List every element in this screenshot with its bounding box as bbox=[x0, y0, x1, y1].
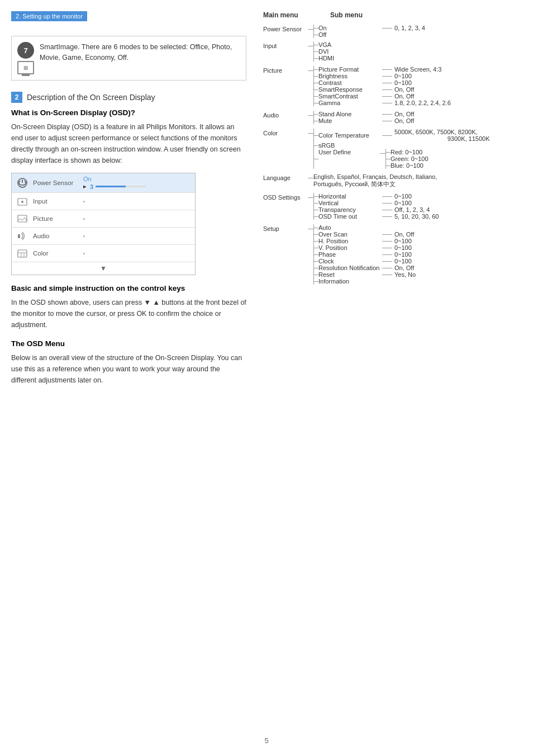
input-dvi-sub: DVI bbox=[314, 48, 380, 55]
srgb-sub: sRGB bbox=[314, 142, 490, 149]
smartimage-icons: 7 ▦ bbox=[17, 42, 34, 74]
osd-demo-widget: Power Sensor On ▸ 3 bbox=[11, 173, 196, 275]
picture-dots bbox=[83, 217, 191, 221]
osd-item-picture: Picture bbox=[12, 210, 195, 228]
subsection2-title: Basic and simple instruction on the cont… bbox=[11, 284, 246, 292]
page-number: 5 bbox=[264, 736, 268, 745]
power-sensor-values: On ▸ 3 bbox=[83, 176, 191, 190]
color-label: Color bbox=[33, 250, 83, 257]
power-sensor-main: Power Sensor bbox=[263, 25, 308, 32]
power-sensor-icon bbox=[16, 177, 28, 189]
osd-time-out-sub: OSD Time out 5, 10, 20, 30, 60 bbox=[314, 213, 439, 220]
tree-language: Language English, Español, Français, Deu… bbox=[263, 173, 522, 188]
brightness-sub: Brightness 0~100 bbox=[314, 73, 451, 79]
information-sub: Information bbox=[314, 278, 416, 285]
vertical-sub: Vertical 0~100 bbox=[314, 200, 439, 206]
tree-setup: Setup Auto Over Scan On, Off H. Position bbox=[263, 224, 522, 285]
color-main: Color bbox=[263, 129, 308, 136]
section2-heading: 2 Description of the On Screen Display bbox=[11, 92, 246, 103]
smartimage-box: 7 ▦ SmartImage. There are 6 modes to be … bbox=[11, 36, 246, 81]
subsection2-text: In the OSD shown above, users can press … bbox=[11, 297, 246, 330]
contrast-sub: Contrast 0~100 bbox=[314, 79, 451, 86]
audio-dots bbox=[83, 234, 191, 238]
subsection1-text: On-Screen Display (OSD) is a feature in … bbox=[11, 121, 246, 166]
blue-sub: Blue: 0~100 bbox=[386, 162, 429, 169]
language-main: Language bbox=[263, 173, 308, 181]
tree-power-sensor: Power Sensor On 0, 1, 2, 3, 4 Off bbox=[263, 25, 522, 38]
audio-icon bbox=[16, 230, 28, 242]
svg-point-2 bbox=[21, 201, 23, 203]
input-label: Input bbox=[33, 198, 83, 205]
sub-menu-header: Sub menu bbox=[330, 11, 363, 19]
svg-rect-5 bbox=[18, 250, 27, 257]
picture-main: Picture bbox=[263, 66, 308, 74]
mute-sub: Mute On, Off bbox=[314, 117, 414, 124]
stand-alone-sub: Stand Alone On, Off bbox=[314, 111, 414, 117]
input-hdmi-sub: HDMI bbox=[314, 55, 380, 62]
number-7-icon: 7 bbox=[17, 42, 34, 59]
tree-input: Input VGA DVI HDMI bbox=[263, 41, 522, 62]
input-dots bbox=[83, 200, 191, 204]
picture-format-sub: Picture Format Wide Screen, 4:3 bbox=[314, 66, 451, 73]
audio-main: Audio bbox=[263, 111, 308, 119]
tree-audio: Audio Stand Alone On, Off Mute On, Off bbox=[263, 111, 522, 124]
picture-icon bbox=[16, 212, 28, 225]
h-position-sub: H. Position 0~100 bbox=[314, 238, 416, 244]
auto-sub: Auto bbox=[314, 224, 416, 231]
language-values-2: Português, Русский, 简体中文 bbox=[313, 180, 437, 188]
power-on-sub: On 0, 1, 2, 3, 4 bbox=[314, 25, 425, 31]
section-header: 2. Setting up the monitor bbox=[11, 11, 246, 28]
osd-item-audio: Audio bbox=[12, 228, 195, 245]
osd-item-input: Input bbox=[12, 193, 195, 210]
language-values-1: English, Español, Français, Deutsch, Ita… bbox=[313, 173, 437, 180]
color-icon bbox=[16, 247, 28, 259]
power-off-sub: Off bbox=[314, 31, 425, 38]
tree-osd-settings: OSD Settings Horizontal 0~100 Vertical 0… bbox=[263, 193, 522, 220]
right-column: Main menu Sub menu Power Sensor On 0, 1,… bbox=[258, 11, 522, 745]
tree-color: Color Color Temperature 5000K, 6500K, 75… bbox=[263, 129, 522, 169]
subsection3-title: The OSD Menu bbox=[11, 339, 246, 348]
setup-main: Setup bbox=[263, 224, 308, 232]
horizontal-sub: Horizontal 0~100 bbox=[314, 193, 439, 200]
svg-rect-4 bbox=[18, 234, 20, 238]
smartresponse-sub: SmartResponse On, Off bbox=[314, 86, 451, 93]
over-scan-sub: Over Scan On, Off bbox=[314, 231, 416, 238]
input-vga-sub: VGA bbox=[314, 41, 380, 48]
phase-sub: Phase 0~100 bbox=[314, 251, 416, 258]
tree-picture: Picture Picture Format Wide Screen, 4:3 … bbox=[263, 66, 522, 106]
red-sub: Red: 0~100 bbox=[386, 149, 429, 155]
picture-label: Picture bbox=[33, 215, 83, 222]
input-main: Input bbox=[263, 41, 308, 49]
resolution-notification-sub: Resolution Notification On, Off bbox=[314, 264, 416, 271]
reset-sub: Reset Yes, No bbox=[314, 271, 416, 278]
osd-item-color: Color bbox=[12, 245, 195, 262]
main-menu-header: Main menu bbox=[263, 11, 308, 19]
tree-headers: Main menu Sub menu bbox=[263, 11, 522, 19]
clock-sub: Clock 0~100 bbox=[314, 258, 416, 264]
subsection1-title: What is On-Screen Display (OSD)? bbox=[11, 108, 246, 117]
audio-label: Audio bbox=[33, 233, 83, 239]
section2-title: Description of the On Screen Display bbox=[27, 93, 155, 102]
subsection3-text: Below is an overall view of the structur… bbox=[11, 352, 246, 386]
gamma-sub: Gamma 1.8, 2.0, 2.2, 2.4, 2.6 bbox=[314, 100, 451, 106]
power-sensor-label: Power Sensor bbox=[33, 179, 83, 186]
section2-badge: 2 bbox=[11, 92, 22, 103]
monitor-icon: ▦ bbox=[17, 61, 34, 74]
color-temp-sub: Color Temperature 5000K, 6500K, 7500K, 8… bbox=[314, 129, 490, 142]
osd-scroll-down: ▼ bbox=[12, 262, 195, 275]
smartimage-description: SmartImage. There are 6 modes to be sele… bbox=[40, 42, 240, 63]
osd-settings-main: OSD Settings bbox=[263, 193, 308, 201]
left-column: 2. Setting up the monitor 7 ▦ SmartImage… bbox=[11, 11, 258, 745]
color-dots bbox=[83, 252, 191, 256]
user-define-sub: User Define Red: 0~100 Green: 0~100 bbox=[314, 149, 490, 169]
green-sub: Green: 0~100 bbox=[386, 155, 429, 162]
smartcontrast-sub: SmartContrast On, Off bbox=[314, 93, 451, 100]
input-icon bbox=[16, 195, 28, 207]
osd-item-power-sensor: Power Sensor On ▸ 3 bbox=[12, 173, 195, 193]
v-position-sub: V. Position 0~100 bbox=[314, 244, 416, 251]
transparency-sub: Transparency Off, 1, 2, 3, 4 bbox=[314, 206, 439, 213]
